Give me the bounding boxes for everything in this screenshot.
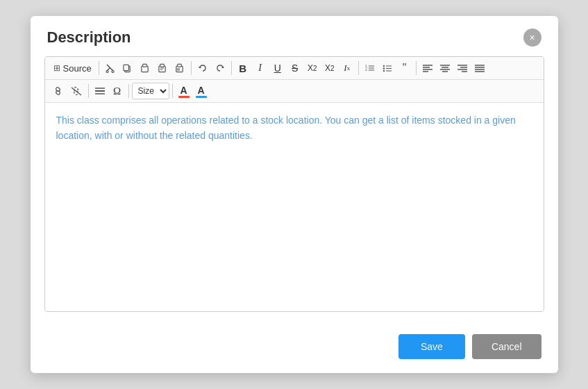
cancel-button[interactable]: Cancel — [472, 334, 541, 359]
redo-button[interactable] — [212, 60, 228, 76]
bold-button[interactable]: B — [235, 60, 251, 76]
svg-rect-5 — [143, 64, 147, 67]
link-button[interactable] — [49, 83, 67, 99]
source-label: Source — [63, 63, 92, 74]
modal-title: Description — [47, 28, 131, 47]
svg-point-0 — [106, 71, 108, 73]
toolbar-row1: ⊞ Source — [45, 57, 544, 80]
font-size-select[interactable]: Size 8 9 10 11 12 14 18 24 — [132, 83, 169, 99]
align-left-button[interactable] — [419, 60, 436, 76]
separator-8 — [172, 84, 173, 98]
svg-text:2.: 2. — [365, 67, 368, 72]
modal-body: ⊞ Source — [31, 56, 558, 326]
font-bg-color-button[interactable]: A — [193, 83, 210, 99]
horizontal-rule-button[interactable] — [92, 83, 108, 99]
svg-rect-3 — [124, 65, 128, 70]
svg-point-21 — [383, 67, 385, 69]
separator-7 — [128, 84, 129, 98]
remove-format-button[interactable]: Ix — [339, 60, 355, 76]
copy-button[interactable] — [119, 60, 136, 76]
toolbar-row2: Ω Size 8 9 10 11 12 14 18 24 — [45, 80, 544, 103]
underline-button[interactable]: U — [269, 60, 286, 76]
svg-point-1 — [112, 71, 114, 73]
separator-3 — [231, 61, 232, 75]
description-modal: Description × ⊞ Source — [31, 16, 558, 373]
unlink-button[interactable] — [67, 83, 85, 99]
close-button[interactable]: × — [523, 28, 541, 47]
italic-button[interactable]: I — [252, 60, 269, 76]
source-button[interactable]: ⊞ Source — [49, 60, 96, 76]
svg-rect-7 — [160, 64, 165, 67]
editor-content-area[interactable]: This class comprises all operations rela… — [45, 103, 544, 311]
separator-4 — [358, 61, 359, 75]
paste-button[interactable] — [137, 60, 153, 76]
strikethrough-button[interactable]: S — [287, 60, 303, 76]
save-button[interactable]: Save — [398, 334, 465, 359]
svg-point-22 — [383, 70, 385, 72]
font-color-indicator — [178, 96, 190, 98]
numbered-list-button[interactable]: 1. 2. — [362, 60, 378, 76]
paste-text-button[interactable] — [154, 60, 171, 76]
justify-button[interactable] — [471, 60, 488, 76]
separator-5 — [416, 61, 417, 75]
modal-header: Description × — [31, 16, 558, 56]
cut-button[interactable] — [102, 60, 119, 76]
modal-overlay: Description × ⊞ Source — [0, 0, 588, 389]
separator-6 — [88, 84, 89, 98]
font-bg-color-indicator — [196, 96, 207, 98]
font-bg-color-icon: A — [197, 85, 204, 96]
special-characters-button[interactable]: Ω — [109, 83, 126, 99]
font-color-button[interactable]: A — [176, 83, 192, 99]
blockquote-button[interactable]: " — [396, 60, 413, 76]
undo-button[interactable] — [194, 60, 211, 76]
modal-footer: Save Cancel — [31, 326, 558, 373]
svg-text:W: W — [177, 68, 180, 72]
editor-text: This class comprises all operations rela… — [56, 113, 532, 144]
superscript-button[interactable]: X2 — [321, 60, 338, 76]
separator-1 — [99, 61, 99, 75]
align-center-button[interactable] — [437, 60, 453, 76]
align-right-button[interactable] — [454, 60, 471, 76]
font-color-icon: A — [180, 85, 187, 96]
svg-rect-11 — [178, 64, 182, 67]
separator-2 — [191, 61, 192, 75]
svg-point-20 — [383, 65, 385, 67]
subscript-button[interactable]: X2 — [304, 60, 321, 76]
paste-word-button[interactable]: W — [171, 60, 188, 76]
svg-line-43 — [72, 88, 81, 95]
source-icon: ⊞ — [53, 63, 60, 73]
bulleted-list-button[interactable] — [379, 60, 396, 76]
editor-container: ⊞ Source — [44, 56, 544, 312]
